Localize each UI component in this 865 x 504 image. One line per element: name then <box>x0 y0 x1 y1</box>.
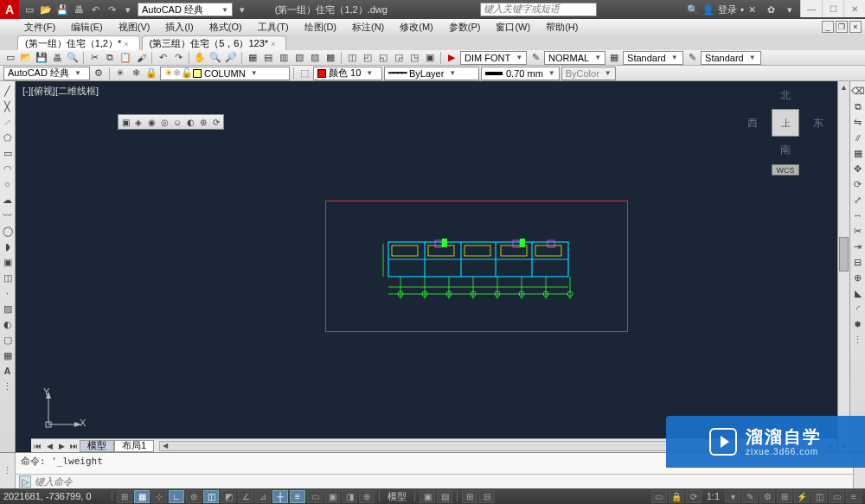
move-icon[interactable]: ✥ <box>852 163 864 175</box>
sb-s2-icon[interactable]: ▤ <box>437 490 452 503</box>
qat-dd-icon[interactable]: ▾ <box>235 3 249 16</box>
layer3-icon[interactable]: 🔒 <box>144 67 158 80</box>
plotstyle-dropdown[interactable]: ByColor▼ <box>561 67 616 80</box>
vt7-icon[interactable]: ⊕ <box>197 116 209 128</box>
open-icon[interactable]: 📂 <box>19 51 33 65</box>
close-button[interactable]: ✕ <box>843 0 865 17</box>
scroll-thumb[interactable] <box>839 237 849 271</box>
sb-otrack-icon[interactable]: ∠ <box>238 490 253 503</box>
sb-quick-icon[interactable]: ⊟ <box>479 490 495 503</box>
sb-lwt-icon[interactable]: ≡ <box>290 490 305 503</box>
revcloud-icon[interactable]: ☁ <box>2 194 14 206</box>
sb-gear-icon[interactable]: ⚙ <box>759 490 775 503</box>
mdi-restore-button[interactable]: ❐ <box>836 21 848 33</box>
sb-sc-icon[interactable]: ◨ <box>342 490 357 503</box>
vt8-icon[interactable]: ⟳ <box>210 116 222 128</box>
sb-clean-icon[interactable]: ▭ <box>829 490 844 503</box>
menu-view[interactable]: 视图(V) <box>115 21 154 34</box>
qat-redo-icon[interactable]: ↷ <box>105 3 119 16</box>
vc-west[interactable]: 西 <box>747 116 758 131</box>
maximize-button[interactable]: ☐ <box>822 0 843 17</box>
join-icon[interactable]: ⊕ <box>852 271 864 284</box>
ellipsearc-icon[interactable]: ◗ <box>2 240 14 252</box>
login-area[interactable]: 🔍 👤 登录 ▾ <box>687 3 744 16</box>
qat-undo-icon[interactable]: ↶ <box>88 3 102 16</box>
gradient-icon[interactable]: ◐ <box>2 318 14 330</box>
textstyle-dropdown[interactable]: Standard▼ <box>701 51 761 65</box>
mark-icon[interactable]: ▨ <box>308 51 322 65</box>
tab-last-icon[interactable]: ⏭ <box>67 440 80 452</box>
sb-space[interactable]: 模型 <box>384 490 410 503</box>
more2-icon[interactable]: ⋮ <box>852 334 864 346</box>
block-icon[interactable]: ◫ <box>2 271 14 284</box>
sb-s1-icon[interactable]: ▣ <box>420 490 435 503</box>
qat-more-icon[interactable]: ▾ <box>121 3 135 16</box>
chevron-down-icon[interactable]: ▾ <box>783 3 797 16</box>
vt3-icon[interactable]: ◉ <box>145 116 157 128</box>
sb-scale[interactable]: 1:1 <box>703 491 723 501</box>
mlstyle-dropdown[interactable]: NORMAL▼ <box>544 51 606 65</box>
gear-icon[interactable]: ⚙ <box>92 67 106 80</box>
sb-tpy-icon[interactable]: ▭ <box>307 490 323 503</box>
cmd-grip-icon[interactable]: ⋮ <box>0 453 16 488</box>
region-icon[interactable]: ▢ <box>2 334 14 346</box>
arc-icon[interactable]: ◠ <box>2 163 14 175</box>
command-input[interactable] <box>35 476 849 488</box>
viewcube[interactable]: 北 南 东 西 上 WCS <box>751 88 820 157</box>
dimstyle-dropdown[interactable]: DIM FONT▼ <box>460 51 527 65</box>
sb-grid2-icon[interactable]: ⊞ <box>462 490 477 503</box>
menu-modify[interactable]: 修改(M) <box>396 21 437 34</box>
tab-layout1[interactable]: 布局1 <box>114 440 154 452</box>
app-logo[interactable]: A <box>0 0 19 19</box>
circle-icon[interactable]: ○ <box>2 178 14 190</box>
menu-edit[interactable]: 编辑(E) <box>67 21 106 34</box>
tab-first-icon[interactable]: ⏮ <box>31 440 43 452</box>
sb-snap-icon[interactable]: ▦ <box>134 490 150 503</box>
menu-tools[interactable]: 工具(T) <box>254 21 292 34</box>
undo-icon[interactable]: ↶ <box>156 51 170 65</box>
vc-wcs[interactable]: WCS <box>772 164 799 175</box>
array-icon[interactable]: ▦ <box>852 147 864 159</box>
point-icon[interactable]: · <box>2 287 14 299</box>
workspace2-dropdown[interactable]: AutoCAD 经典▼ <box>3 67 90 80</box>
qat-new-icon[interactable]: ▭ <box>22 3 36 16</box>
layer2-icon[interactable]: ❄ <box>129 67 143 80</box>
menu-window[interactable]: 窗口(W) <box>492 21 534 34</box>
trim-icon[interactable]: ✂ <box>852 225 864 237</box>
v-scrollbar[interactable]: ▲ ▼ <box>837 81 849 452</box>
stretch-icon[interactable]: ↔ <box>852 209 864 221</box>
block5-icon[interactable]: ◳ <box>407 51 421 65</box>
qat-print-icon[interactable]: 🖶 <box>72 3 86 16</box>
sb-scale-dd-icon[interactable]: ▾ <box>725 490 740 503</box>
sb-max-icon[interactable]: ▭ <box>651 490 667 503</box>
drawing-canvas[interactable]: [-][俯视][二维线框] ▣ ◈ ◉ ◎ ☺ ◐ ⊕ ⟳ 北 南 东 西 上 … <box>16 81 865 452</box>
sb-ducs-icon[interactable]: ⊿ <box>255 490 271 503</box>
block4-icon[interactable]: ◲ <box>392 51 406 65</box>
preview-icon[interactable]: 🔍 <box>66 51 80 65</box>
copy-icon[interactable]: ⧉ <box>103 51 117 65</box>
mirror-icon[interactable]: ⇋ <box>852 116 864 128</box>
rect-icon[interactable]: ▭ <box>2 147 14 159</box>
block3-icon[interactable]: ◱ <box>376 51 390 65</box>
plot-icon[interactable]: 🖶 <box>50 51 64 65</box>
doc-tab-2[interactable]: (第三组）住宅（5，6）123* × <box>142 35 287 50</box>
table-icon[interactable]: ▦ <box>2 349 14 361</box>
chamfer-icon[interactable]: ◣ <box>852 287 864 299</box>
vt2-icon[interactable]: ◈ <box>132 116 144 128</box>
qat-open-icon[interactable]: 📂 <box>39 3 53 16</box>
insert-icon[interactable]: ▣ <box>2 256 14 268</box>
cut-icon[interactable]: ✂ <box>87 51 101 65</box>
vt5-icon[interactable]: ☺ <box>171 116 183 128</box>
sb-anno2-icon[interactable]: ✎ <box>742 490 758 503</box>
erase-icon[interactable]: ⌫ <box>852 85 864 97</box>
sb-qp-icon[interactable]: ▣ <box>324 490 340 503</box>
sb-osnap-icon[interactable]: ◫ <box>203 490 219 503</box>
doc-tab-1[interactable]: (第一组）住宅（1,2）* × <box>17 35 140 50</box>
pline-icon[interactable]: ⟋ <box>2 116 14 128</box>
break-icon[interactable]: ⊟ <box>852 256 864 268</box>
mtext-icon[interactable]: A <box>2 365 14 377</box>
copy2-icon[interactable]: ⧉ <box>852 100 864 112</box>
more-icon[interactable]: ⋮ <box>2 380 14 392</box>
save-icon[interactable]: 💾 <box>35 51 48 65</box>
spline-icon[interactable]: 〰 <box>2 209 14 221</box>
